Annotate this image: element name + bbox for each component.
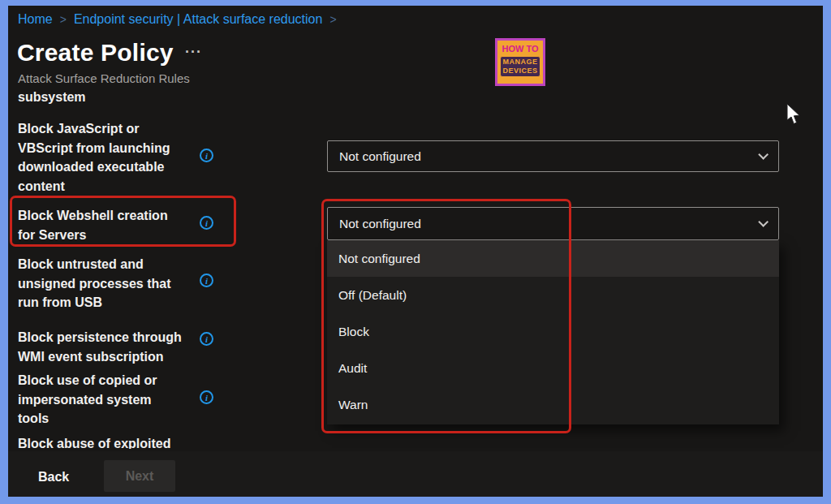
dropdown-block-webshell[interactable]: Not configured: [327, 207, 779, 240]
setting-label-block-untrusted-usb: Block untrusted and unsigned processes t…: [18, 255, 205, 312]
dropdown-open-list: Not configured Off (Default) Block Audit…: [327, 240, 779, 424]
more-options-icon[interactable]: ···: [185, 44, 202, 61]
dropdown-block-javascript[interactable]: Not configured: [327, 140, 779, 172]
setting-label-block-abuse-clipped: Block abuse of exploited: [18, 437, 261, 449]
dropdown-option-audit[interactable]: Audit: [327, 350, 779, 386]
setting-label-block-wmi-persistence: Block persistence through WMI event subs…: [18, 328, 205, 366]
info-icon[interactable]: i: [200, 332, 213, 346]
dropdown-option-not-configured[interactable]: Not configured: [327, 240, 779, 277]
dropdown-option-off-default[interactable]: Off (Default): [327, 277, 779, 313]
breadcrumb-home-link[interactable]: Home: [18, 12, 53, 27]
breadcrumb-separator: >: [329, 13, 336, 26]
setting-label-block-webshell: Block Webshell creation for Servers: [18, 206, 205, 244]
howtomanagedevices-logo: HOW TO MANAGE DEVICES: [495, 38, 545, 86]
info-icon[interactable]: i: [200, 274, 213, 287]
dropdown-option-block[interactable]: Block: [327, 313, 779, 350]
info-icon[interactable]: i: [200, 216, 213, 230]
page-subtitle: Attack Surface Reduction Rules: [18, 71, 190, 85]
info-icon[interactable]: i: [200, 390, 213, 404]
dropdown-value: Not configured: [339, 149, 421, 164]
logo-badge: MANAGE DEVICES: [500, 56, 540, 77]
chevron-down-icon: [758, 217, 769, 227]
page-title: Create Policy: [17, 39, 174, 67]
chevron-down-icon: [758, 149, 769, 160]
breadcrumb-endpoint-security-link[interactable]: Endpoint security | Attack surface reduc…: [74, 12, 323, 27]
back-button[interactable]: Back: [38, 470, 69, 485]
logo-badge-line2: DEVICES: [501, 67, 540, 75]
mouse-cursor: [786, 103, 803, 129]
breadcrumb: Home > Endpoint security | Attack surfac…: [18, 12, 337, 27]
dropdown-value: Not configured: [339, 217, 421, 231]
setting-label-block-javascript: Block JavaScript or VBScript from launch…: [18, 119, 205, 196]
logo-badge-line1: MANAGE: [501, 58, 540, 67]
app-window: Home > Endpoint security | Attack surfac…: [0, 0, 831, 504]
dropdown-option-warn[interactable]: Warn: [327, 386, 779, 423]
next-button-disabled[interactable]: Next: [104, 460, 175, 492]
breadcrumb-separator: >: [60, 13, 67, 26]
logo-top-text: HOW TO: [497, 44, 543, 54]
info-icon[interactable]: i: [200, 149, 213, 162]
setting-label-block-copied-tools: Block use of copied or impersonated syst…: [18, 371, 205, 429]
setting-label-subsystem-clipped: subsystem: [18, 88, 205, 107]
